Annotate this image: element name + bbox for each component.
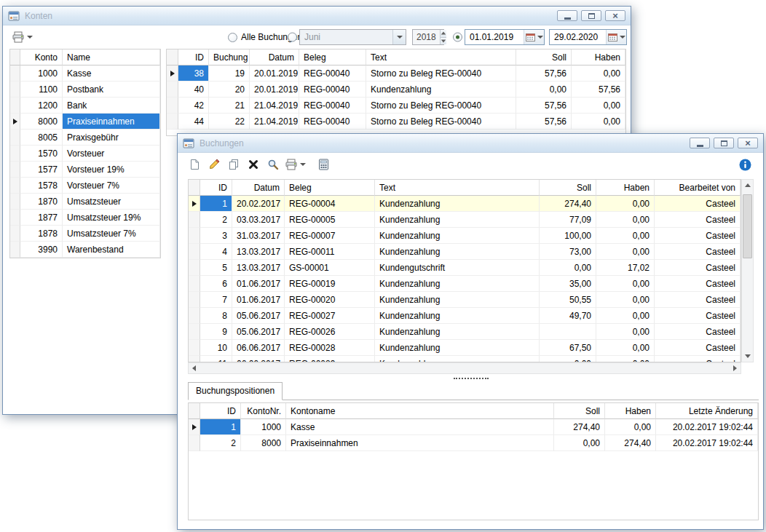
cell[interactable]: 6 [200, 276, 232, 292]
column-header[interactable]: Haben [572, 49, 625, 65]
cell[interactable]: Storno zu Beleg REG-00040 [366, 65, 516, 82]
cell[interactable]: 10 [200, 340, 232, 356]
column-header[interactable]: Buchung [209, 49, 250, 65]
cell[interactable]: Kundenzahlung [375, 356, 540, 362]
cell[interactable]: 44 [178, 114, 209, 130]
cell[interactable]: 1200 [20, 98, 63, 114]
cell[interactable]: 8005 [20, 130, 63, 146]
table-row[interactable]: 381920.01.2019REG-00040Storno zu Beleg R… [167, 65, 625, 82]
cell[interactable]: Casteel [655, 196, 741, 212]
cell[interactable]: 0,00 [596, 292, 655, 308]
date-from-calendar-button[interactable] [524, 30, 544, 44]
table-row[interactable]: 28000Praxiseinnahmen0,00274,4020.02.2017… [189, 435, 758, 451]
date-to-input[interactable]: 29.02.2020 [549, 29, 627, 45]
column-header[interactable]: ID [178, 49, 209, 65]
table-row[interactable]: 1877Umsatzsteuer 19% [10, 210, 160, 226]
cell[interactable]: 274,40 [540, 196, 596, 212]
cell[interactable]: 7 [200, 292, 232, 308]
close-button[interactable]: × [738, 138, 758, 148]
table-row[interactable]: 8000Praxiseinnahmen [10, 114, 160, 130]
column-header[interactable]: Bearbeitet von [655, 180, 741, 196]
column-header[interactable]: Haben [605, 403, 656, 419]
cell[interactable]: Praxisgebühr [63, 130, 160, 146]
table-row[interactable]: 1870Umsatzsteuer [10, 194, 160, 210]
cell[interactable]: 50,55 [540, 292, 596, 308]
cell[interactable]: 01.06.2017 [232, 276, 285, 292]
cell[interactable]: 8000 [20, 114, 63, 130]
cell[interactable]: 20.01.2019 [250, 82, 299, 98]
cell[interactable]: 3990 [20, 242, 63, 258]
cell[interactable]: 22 [209, 114, 250, 130]
cell[interactable]: Kasse [286, 419, 554, 435]
scroll-down-button[interactable] [742, 351, 753, 362]
cell[interactable]: Praxiseinnahmen [286, 435, 554, 451]
column-header[interactable]: Text [366, 49, 516, 65]
splitter[interactable] [188, 375, 754, 381]
cell[interactable]: 1570 [20, 146, 63, 162]
cell[interactable]: 9 [200, 324, 232, 340]
cell[interactable]: 0,00 [516, 82, 572, 98]
table-row[interactable]: 1578Vorsteuer 7% [10, 178, 160, 194]
cell[interactable]: 1100 [20, 82, 63, 98]
minimize-button[interactable] [690, 138, 710, 148]
cell[interactable]: 35,00 [540, 276, 596, 292]
column-header[interactable]: Konto [20, 49, 63, 65]
cell[interactable]: Casteel [655, 340, 741, 356]
info-button[interactable] [737, 156, 753, 173]
cell[interactable]: 100,00 [540, 228, 596, 244]
cell[interactable]: 0,00 [540, 356, 596, 362]
cell[interactable]: Postbank [63, 82, 160, 98]
column-header[interactable]: Beleg [299, 49, 366, 65]
month-dropdown-button[interactable] [392, 30, 406, 44]
cell[interactable]: Kundenzahlung [375, 212, 540, 228]
cell[interactable]: 0,00 [596, 308, 655, 324]
print-button[interactable] [12, 28, 33, 46]
cell[interactable]: Kundenzahlung [366, 82, 516, 98]
cell[interactable]: 8000 [241, 435, 286, 451]
vertical-scrollbar[interactable] [741, 179, 754, 362]
cell[interactable]: 0,00 [605, 419, 656, 435]
radio-month-filter[interactable] [288, 33, 297, 42]
cell[interactable]: 57,56 [516, 114, 572, 130]
cell[interactable]: 0,00 [596, 244, 655, 260]
minimize-button[interactable] [557, 10, 577, 21]
cell[interactable]: 19 [209, 65, 250, 82]
cell[interactable]: REG-00019 [285, 276, 375, 292]
calculator-button[interactable] [315, 156, 331, 173]
column-header[interactable]: Haben [596, 180, 655, 196]
cell[interactable]: 40 [178, 82, 209, 98]
table-row[interactable]: 422121.04.2019REG-00040Storno zu Beleg R… [167, 98, 625, 114]
cell[interactable]: 0,00 [572, 98, 625, 114]
cell[interactable]: 0,00 [596, 276, 655, 292]
cell[interactable]: 20 [209, 82, 250, 98]
cell[interactable]: 38 [178, 65, 209, 82]
horizontal-scrollbar[interactable] [188, 362, 741, 374]
cell[interactable]: 274,40 [554, 419, 605, 435]
cell[interactable]: Vorsteuer 19% [63, 162, 160, 178]
cell[interactable]: Praxiseinnahmen [63, 114, 160, 130]
cell[interactable]: 67,50 [540, 340, 596, 356]
scroll-left-button[interactable] [189, 363, 200, 373]
table-row[interactable]: 1200Bank [10, 98, 160, 114]
konten-titlebar[interactable]: Konten × [3, 7, 631, 25]
cell[interactable]: Kundenzahlung [375, 228, 540, 244]
cell[interactable]: Warenbestand [63, 242, 160, 258]
cell[interactable]: REG-00040 [299, 114, 366, 130]
cell[interactable]: REG-00026 [285, 324, 375, 340]
cell[interactable]: 5 [200, 260, 232, 276]
spin-down-button[interactable] [441, 38, 446, 45]
cell[interactable]: 0,00 [596, 324, 655, 340]
spin-up-button[interactable] [441, 30, 446, 38]
cell[interactable]: 1578 [20, 178, 63, 194]
close-button[interactable]: × [605, 10, 625, 21]
cell[interactable]: REG-00029 [285, 356, 375, 362]
table-row[interactable]: 1000Kasse [10, 65, 160, 82]
cell[interactable]: Kundenzahlung [375, 276, 540, 292]
cell[interactable]: 21.04.2019 [250, 98, 299, 114]
column-header[interactable]: Beleg [285, 180, 375, 196]
cell[interactable]: Umsatzsteuer [63, 194, 160, 210]
maximize-button[interactable] [581, 10, 601, 21]
cell[interactable]: 21.04.2019 [250, 114, 299, 130]
cell[interactable]: 42 [178, 98, 209, 114]
column-header[interactable]: ID [200, 180, 232, 196]
